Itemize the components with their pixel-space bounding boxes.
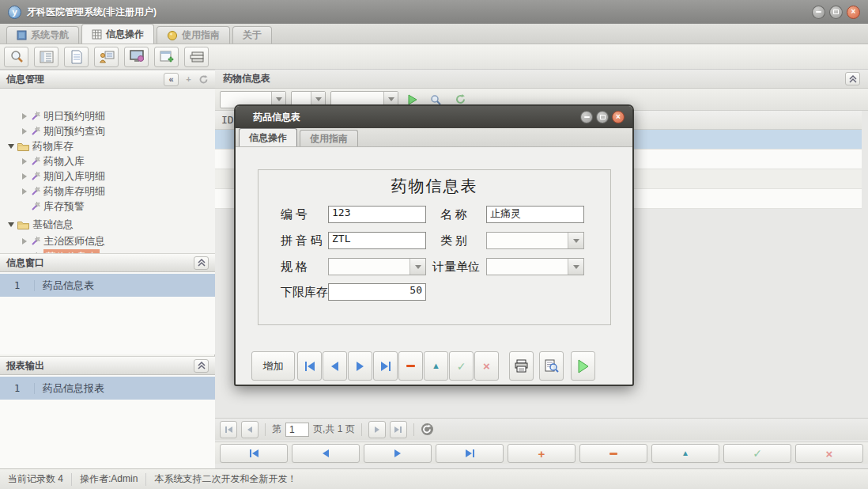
nav-first-button[interactable] [220,444,288,463]
guide-icon [167,30,178,41]
unit-combo[interactable] [486,258,584,275]
minimize-button[interactable] [812,6,825,19]
pinyin-input[interactable]: ZTL [328,232,426,249]
expand-arrow-icon[interactable] [22,158,27,165]
min-stock-input[interactable]: 50 [328,283,426,301]
dialog-last-button[interactable] [373,351,398,381]
dialog-run-button[interactable] [571,351,595,381]
collapse-panel-button[interactable] [194,256,209,270]
nav-delete-button[interactable] [579,444,647,463]
tab-info-operation[interactable]: 信息操作 [81,24,154,44]
tool-icon [30,186,40,196]
monitor-button[interactable] [124,47,149,67]
window-add-button[interactable] [154,47,179,67]
first-icon-arrow [228,426,232,433]
expand-arrow-icon[interactable] [22,128,27,135]
dialog-close-button[interactable]: × [612,111,625,123]
list-view-button[interactable] [34,47,58,67]
dialog-tab-user-guide[interactable]: 使用指南 [300,130,358,146]
collapse-panel-button[interactable] [194,359,209,373]
dialog-add-button[interactable]: 增加 [251,351,295,381]
card-file-button[interactable] [184,47,209,67]
spec-combo[interactable] [328,258,426,275]
tree-item-drug-inbound[interactable]: 药物入库 [0,154,215,169]
dropdown-button[interactable] [409,259,425,275]
chevron-down-icon [315,97,322,101]
card-file-icon [189,51,205,63]
dropdown-button[interactable] [568,233,583,248]
dialog-print-button[interactable] [509,351,534,381]
dialog-cancel-button[interactable]: × [474,351,499,381]
minus-icon [406,365,415,367]
tree-folder-drug-stock[interactable]: 药物库存 [0,138,215,154]
pager-next-button[interactable] [368,421,386,438]
refresh-icon[interactable] [198,74,209,85]
pager-refresh-icon[interactable] [421,423,434,436]
nav-insert-button[interactable]: + [508,444,576,463]
expand-arrow-icon[interactable] [22,238,27,244]
user-report-button[interactable] [94,47,119,67]
tree-item-stock-warning[interactable]: 库存预警 [0,199,215,214]
dialog-first-button[interactable] [297,351,322,381]
search-button[interactable] [4,47,28,67]
close-button[interactable]: × [847,6,860,19]
pager-page-input[interactable] [285,423,309,437]
expand-arrow-icon[interactable] [22,113,27,119]
nav-post-button[interactable]: ✓ [723,444,791,463]
chevron-down-icon [415,265,421,269]
pager-prefix-label: 第 [272,423,281,436]
tree-folder-basic-info[interactable]: 基础信息 [0,217,215,232]
add-panel-button[interactable]: + [181,73,196,86]
pager-last-button[interactable] [390,421,407,438]
nav-cancel-button[interactable]: × [795,444,863,463]
dialog-tab-info-operation[interactable]: 信息操作 [239,128,297,146]
maximize-button[interactable] [829,6,843,19]
pager-prev-button[interactable] [241,421,259,438]
report-output-row[interactable]: 1 药品信息报表 [0,377,215,400]
dialog-post-button[interactable]: ✓ [449,351,474,381]
nav-prev-button[interactable] [292,444,360,463]
print-preview-icon [544,359,559,373]
tree-item-period-inbound-detail[interactable]: 期间入库明细 [0,169,215,184]
tab-user-guide[interactable]: 使用指南 [157,26,230,44]
collapse-content-button[interactable] [845,72,860,85]
collapse-arrow-icon[interactable] [8,144,14,149]
chevron-up-icon [198,259,206,267]
last-icon-arrow [381,362,388,371]
pager-first-button[interactable] [220,421,237,438]
edit-icon: ▲ [432,362,440,370]
tab-system-navigation[interactable]: 系统导航 [6,26,79,44]
name-input[interactable]: 止痛灵 [486,206,584,223]
dialog-prev-button[interactable] [323,351,347,381]
expand-arrow-icon[interactable] [22,173,27,180]
nav-next-button[interactable] [364,444,432,463]
nav-edit-button[interactable]: ▲ [651,444,719,463]
folder-icon [17,220,29,229]
info-window-row[interactable]: 1 药品信息表 [0,274,215,297]
dialog-delete-button[interactable] [398,351,423,381]
code-input[interactable]: 123 [328,206,426,223]
dialog-minimize-button[interactable] [580,111,593,123]
dialog-preview-button[interactable] [539,351,564,381]
expand-arrow-icon[interactable] [22,188,27,195]
category-combo[interactable] [486,232,584,249]
dialog-titlebar[interactable]: 药品信息表 × [236,106,632,128]
close-icon: × [616,113,621,121]
tree-item-drug-stock-detail[interactable]: 药物库存明细 [0,184,215,199]
plus-icon: + [186,74,191,84]
tab-about[interactable]: 关于 [232,26,272,44]
dialog-edit-button[interactable]: ▲ [424,351,448,381]
nav-last-button[interactable] [436,444,504,463]
dialog-maximize-button[interactable] [596,111,609,123]
dialog-next-button[interactable] [348,351,372,381]
tree-item-label: 库存预警 [43,199,85,214]
tree-item-period-appointment-query[interactable]: 期间预约查询 [0,123,215,138]
tree-item-label: 期间入库明细 [43,169,105,184]
search-icon [9,50,25,64]
tree-item-tomorrow-appointments[interactable]: 明日预约明细 [0,108,215,123]
collapse-sidebar-button[interactable]: « [164,73,179,86]
collapse-arrow-icon[interactable] [8,222,14,227]
document-button[interactable] [64,47,89,67]
tree-item-physician-info[interactable]: 主治医师信息 [0,233,215,248]
dropdown-button[interactable] [568,259,583,275]
